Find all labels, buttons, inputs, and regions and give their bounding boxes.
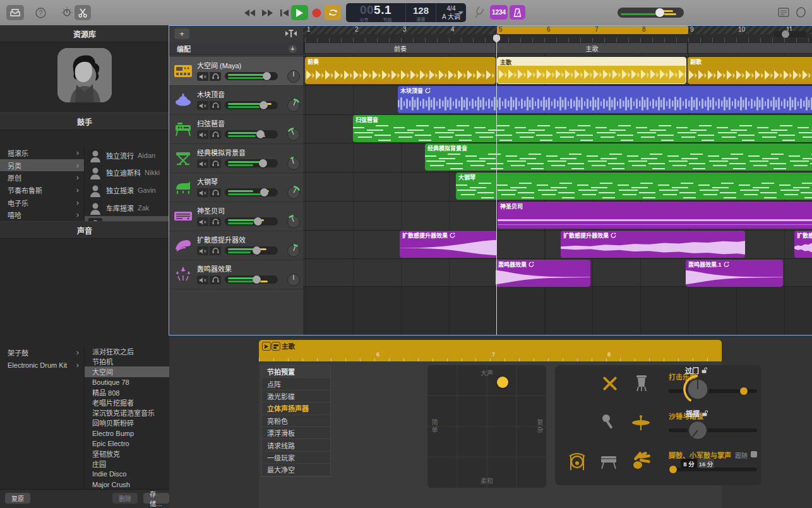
master-volume-knob[interactable]: [655, 8, 664, 17]
sound-preset-item[interactable]: 庄园: [85, 459, 169, 469]
mute-button[interactable]: [197, 72, 208, 81]
media-browser-button[interactable]: [6, 5, 24, 20]
arrangement-section[interactable]: 前奏: [305, 43, 496, 53]
fills-knob[interactable]: [683, 374, 713, 404]
region-strum-arp[interactable]: 扫弦琶音: [353, 115, 812, 142]
pan-knob[interactable]: [287, 128, 301, 142]
metronome-button[interactable]: [510, 5, 525, 20]
region-intro[interactable]: 前奏: [305, 57, 496, 84]
swing-knob[interactable]: [684, 417, 711, 444]
lcd-tempo[interactable]: 128 速度: [406, 3, 436, 22]
region-verse-selected[interactable]: 主歌: [497, 57, 686, 84]
pan-knob[interactable]: [287, 157, 301, 171]
save-button[interactable]: 存储…: [143, 493, 169, 504]
loop-browser-icon[interactable]: [796, 7, 806, 18]
region-riser-clipped[interactable]: 扩散感提升: [794, 231, 812, 258]
track-header[interactable]: 经典模拟背景音: [169, 144, 303, 173]
solo-headphones-button[interactable]: [210, 159, 221, 168]
pan-knob[interactable]: [287, 99, 301, 112]
volume-knob[interactable]: [254, 217, 262, 226]
region-riser[interactable]: 扩散感提升器效果: [561, 231, 745, 258]
delete-button[interactable]: 删除: [112, 493, 138, 504]
forward-button[interactable]: [260, 5, 275, 20]
drummer-genre-item[interactable]: 原创›: [0, 171, 84, 184]
display-mode-icon[interactable]: [778, 8, 789, 17]
volume-knob[interactable]: [260, 101, 268, 109]
lcd-display[interactable]: 005.1 小节节拍 128 速度 4/4 A 大调: [346, 3, 466, 22]
region-grand-piano[interactable]: 大钢琴: [456, 172, 812, 200]
sound-preset-item[interactable]: Electro Bump: [85, 428, 169, 438]
track-header[interactable]: 大钢琴: [169, 173, 303, 202]
kit-item[interactable]: 架子鼓›: [0, 346, 84, 359]
playhead[interactable]: [496, 34, 497, 335]
editors-button[interactable]: [75, 5, 91, 20]
region-boomer-1[interactable]: 轰鸣器效果.1: [686, 260, 783, 287]
rewind-button[interactable]: [242, 5, 258, 20]
hihat-icon[interactable]: [631, 414, 651, 431]
beat-preset-item[interactable]: 立体声扬声器: [262, 402, 330, 414]
editor-region-icon[interactable]: [272, 342, 280, 351]
sound-preset-item[interactable]: 回响贝斯粉碎: [85, 418, 169, 428]
track-volume-slider[interactable]: [225, 217, 278, 226]
drummer-genre-item[interactable]: 另类›: [0, 159, 84, 172]
beat-preset-item[interactable]: 请求线路: [262, 439, 330, 451]
drummer-item[interactable]: 独立迪斯科Nikki: [85, 164, 169, 182]
zoom-slider-knob[interactable]: [782, 30, 789, 38]
mute-button[interactable]: [197, 159, 208, 168]
drummer-item[interactable]: 独立流行Aidan: [85, 147, 169, 164]
conga-icon[interactable]: [635, 374, 648, 392]
percussion-slider[interactable]: [669, 389, 757, 393]
sound-preset-item[interactable]: Indie Disco: [85, 469, 169, 479]
sound-preset-item[interactable]: 老唱片挖掘者: [85, 397, 169, 408]
pan-knob[interactable]: [287, 215, 301, 229]
region-riser[interactable]: 扩散感提升器效果: [400, 231, 497, 258]
track-volume-slider[interactable]: [225, 72, 278, 80]
smart-controls-button[interactable]: [59, 5, 75, 20]
pan-knob[interactable]: [287, 186, 301, 200]
cycle-region[interactable]: [497, 26, 688, 34]
revert-button[interactable]: 复原: [5, 493, 30, 504]
lcd-key-signature[interactable]: 4/4 A 大调: [436, 3, 466, 23]
volume-knob[interactable]: [259, 159, 267, 167]
drumsticks-icon[interactable]: [602, 375, 618, 392]
drummer-item[interactable]: 车库摇滚Zak: [85, 199, 169, 217]
solo-headphones-button[interactable]: [210, 275, 221, 284]
sound-preset-item[interactable]: Major Crush: [85, 479, 169, 489]
slider-knob[interactable]: [740, 387, 748, 395]
arrangement-section[interactable]: [688, 43, 812, 53]
go-to-beginning-button[interactable]: [278, 5, 290, 20]
xy-pad[interactable]: 大声 柔和 简单 复杂: [427, 365, 546, 488]
mute-button[interactable]: [197, 246, 208, 255]
beat-preset-item[interactable]: 一级玩家: [262, 452, 330, 464]
gong-icon[interactable]: [568, 452, 587, 471]
volume-knob[interactable]: [260, 188, 268, 197]
mute-button[interactable]: [197, 188, 208, 197]
region-holy-bass[interactable]: 神圣贝司: [498, 202, 812, 229]
track-header[interactable]: 神圣贝司: [169, 202, 303, 231]
quick-help-button[interactable]: ?: [33, 5, 48, 20]
drummer-genre-item[interactable]: 摇滚乐›: [0, 147, 84, 159]
beat-preset-item[interactable]: 点阵: [262, 378, 330, 390]
sound-preset-item[interactable]: 精品 808: [85, 387, 169, 397]
region-boomer[interactable]: 轰鸣器效果: [496, 260, 590, 287]
solo-headphones-button[interactable]: [210, 217, 221, 226]
track-header[interactable]: 扫弦琶音: [169, 115, 303, 144]
drummer-genre-item[interactable]: 电子乐›: [0, 197, 84, 209]
master-volume-slider[interactable]: [618, 8, 684, 18]
volume-knob[interactable]: [256, 130, 265, 138]
volume-knob[interactable]: [253, 246, 261, 255]
track-volume-slider[interactable]: [225, 101, 278, 109]
track-volume-slider[interactable]: [225, 246, 278, 255]
solo-headphones-button[interactable]: [210, 101, 221, 110]
kit-item[interactable]: Electronic Drum Kit›: [0, 359, 84, 372]
beat-preset-item[interactable]: 漂浮滑板: [262, 427, 330, 439]
sound-preset-item[interactable]: 节拍机: [85, 356, 169, 366]
lcd-chevron-down-icon[interactable]: [458, 11, 463, 15]
editor-region-bar[interactable]: 主歌 6 7 8: [259, 340, 722, 361]
tuner-icon[interactable]: [474, 6, 484, 19]
pan-knob[interactable]: [287, 70, 301, 83]
follow-checkbox[interactable]: [751, 451, 757, 457]
track-volume-slider[interactable]: [225, 188, 278, 197]
rate-button[interactable]: 16 分: [698, 459, 714, 468]
catch-playhead-icon[interactable]: [285, 29, 297, 38]
